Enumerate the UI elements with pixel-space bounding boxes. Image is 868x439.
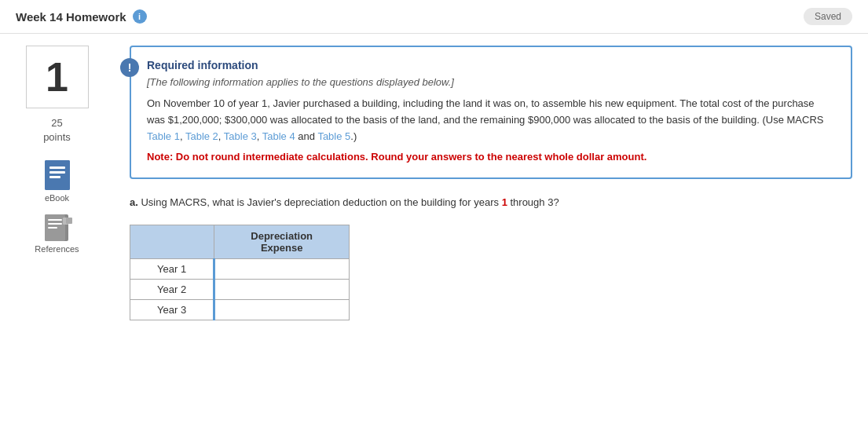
info-icon[interactable]: i — [133, 9, 147, 24]
question-a: a. Using MACRS, what is Javier's depreci… — [130, 195, 852, 210]
references-icon — [45, 214, 68, 241]
table-row-year2: Year 2 — [130, 279, 350, 299]
info-box-icon: ! — [120, 58, 139, 77]
top-bar-left: Week 14 Homework i — [16, 9, 147, 24]
top-bar: Week 14 Homework i Saved — [0, 0, 868, 34]
info-body-text1: On November 10 of year 1, Javier purchas… — [147, 97, 823, 126]
year2-input-cell[interactable] — [214, 279, 350, 299]
table1-link[interactable]: Table 1 — [147, 130, 180, 142]
year3-input[interactable] — [223, 304, 341, 316]
year1-label: Year 1 — [130, 258, 214, 279]
table-row-year1: Year 1 — [130, 258, 350, 279]
svg-rect-2 — [49, 171, 65, 174]
page-title: Week 14 Homework — [16, 10, 126, 24]
svg-rect-8 — [63, 218, 68, 225]
svg-rect-7 — [48, 227, 57, 229]
main-content: 1 25 points eBook — [0, 34, 868, 332]
sidebar: 1 25 points eBook — [0, 34, 114, 332]
depreciation-table: DepreciationExpense Year 1 Year 2 — [130, 225, 350, 320]
question-a-label: a. Using MACRS, what is Javier's depreci… — [130, 196, 502, 208]
year1-input[interactable] — [223, 263, 341, 275]
table-header-empty — [130, 225, 214, 258]
ebook-label: eBook — [45, 193, 69, 203]
year1-input-cell[interactable] — [214, 258, 350, 279]
info-box-note: Note: Do not round intermediate calculat… — [147, 149, 835, 166]
ebook-icon — [45, 160, 70, 190]
svg-rect-6 — [48, 223, 62, 225]
points-label: points — [43, 131, 71, 143]
table4-link[interactable]: Table 4 — [262, 130, 295, 142]
info-box: ! Required information [The following in… — [130, 46, 852, 179]
table2-link[interactable]: Table 2 — [185, 130, 218, 142]
table5-link[interactable]: Table 5 — [317, 130, 350, 142]
year3-input-cell[interactable] — [214, 299, 350, 320]
info-box-subtitle: [The following information applies to th… — [147, 76, 835, 88]
references-button[interactable]: References — [35, 214, 79, 254]
table-row-year3: Year 3 — [130, 299, 350, 320]
question-number-box: 1 — [26, 46, 89, 108]
year2-label: Year 2 — [130, 279, 214, 299]
references-label: References — [35, 244, 79, 254]
content-area: ! Required information [The following in… — [114, 34, 868, 332]
year3-label: Year 3 — [130, 299, 214, 320]
year2-input[interactable] — [223, 284, 341, 295]
info-box-body: On November 10 of year 1, Javier purchas… — [147, 96, 835, 166]
info-box-title: Required information — [147, 59, 835, 71]
table3-link[interactable]: Table 3 — [224, 130, 257, 142]
svg-rect-1 — [49, 166, 65, 169]
svg-rect-5 — [48, 219, 62, 221]
svg-rect-0 — [45, 160, 70, 190]
points-display: 25 points — [43, 116, 71, 145]
ebook-button[interactable]: eBook — [45, 160, 70, 203]
table-header-depreciation: DepreciationExpense — [214, 225, 350, 258]
points-value: 25 — [51, 117, 62, 129]
question-a-highlight: 1 — [502, 196, 507, 208]
question-number: 1 — [46, 53, 68, 101]
question-a-end: through 3? — [507, 196, 559, 208]
svg-rect-3 — [49, 176, 60, 178]
saved-badge: Saved — [804, 8, 852, 25]
